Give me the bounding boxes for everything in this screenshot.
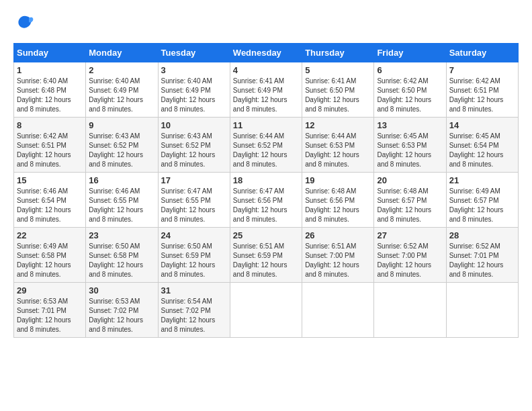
day-info: Sunrise: 6:52 AM Sunset: 7:00 PM Dayligh… bbox=[377, 242, 443, 279]
day-info: Sunrise: 6:52 AM Sunset: 7:01 PM Dayligh… bbox=[449, 242, 515, 279]
day-info: Sunrise: 6:46 AM Sunset: 6:54 PM Dayligh… bbox=[17, 187, 83, 224]
calendar-cell: 31 Sunrise: 6:54 AM Sunset: 7:02 PM Dayl… bbox=[158, 283, 230, 338]
day-number: 28 bbox=[449, 230, 515, 240]
day-number: 6 bbox=[377, 65, 443, 75]
day-info: Sunrise: 6:45 AM Sunset: 6:54 PM Dayligh… bbox=[449, 132, 515, 169]
day-info: Sunrise: 6:44 AM Sunset: 6:53 PM Dayligh… bbox=[305, 132, 371, 169]
day-number: 8 bbox=[17, 120, 83, 130]
calendar-cell: 17 Sunrise: 6:47 AM Sunset: 6:55 PM Dayl… bbox=[158, 173, 230, 228]
day-info: Sunrise: 6:47 AM Sunset: 6:55 PM Dayligh… bbox=[161, 187, 227, 224]
week-row-1: 1 Sunrise: 6:40 AM Sunset: 6:48 PM Dayli… bbox=[14, 62, 519, 118]
day-info: Sunrise: 6:41 AM Sunset: 6:49 PM Dayligh… bbox=[233, 77, 299, 114]
day-info: Sunrise: 6:46 AM Sunset: 6:55 PM Dayligh… bbox=[89, 187, 154, 224]
logo bbox=[13, 13, 35, 36]
day-number: 30 bbox=[89, 285, 154, 295]
day-info: Sunrise: 6:41 AM Sunset: 6:50 PM Dayligh… bbox=[305, 77, 371, 114]
day-number: 31 bbox=[161, 285, 227, 295]
calendar-cell: 24 Sunrise: 6:50 AM Sunset: 6:59 PM Dayl… bbox=[158, 228, 230, 283]
calendar-cell: 20 Sunrise: 6:48 AM Sunset: 6:57 PM Dayl… bbox=[374, 173, 446, 228]
calendar-cell bbox=[446, 283, 518, 338]
day-info: Sunrise: 6:48 AM Sunset: 6:57 PM Dayligh… bbox=[377, 187, 443, 224]
calendar-cell: 21 Sunrise: 6:49 AM Sunset: 6:57 PM Dayl… bbox=[446, 173, 518, 228]
day-number: 12 bbox=[305, 120, 371, 130]
day-info: Sunrise: 6:48 AM Sunset: 6:56 PM Dayligh… bbox=[305, 187, 371, 224]
calendar-cell: 5 Sunrise: 6:41 AM Sunset: 6:50 PM Dayli… bbox=[302, 62, 374, 118]
day-number: 21 bbox=[449, 175, 515, 185]
column-header-monday: Monday bbox=[86, 44, 158, 62]
day-number: 26 bbox=[305, 230, 371, 240]
day-info: Sunrise: 6:45 AM Sunset: 6:53 PM Dayligh… bbox=[377, 132, 443, 169]
day-number: 11 bbox=[233, 120, 299, 130]
day-info: Sunrise: 6:47 AM Sunset: 6:56 PM Dayligh… bbox=[233, 187, 299, 224]
calendar-cell: 13 Sunrise: 6:45 AM Sunset: 6:53 PM Dayl… bbox=[374, 118, 446, 173]
day-number: 7 bbox=[449, 65, 515, 75]
calendar-cell: 26 Sunrise: 6:51 AM Sunset: 7:00 PM Dayl… bbox=[302, 228, 374, 283]
week-row-4: 22 Sunrise: 6:49 AM Sunset: 6:58 PM Dayl… bbox=[14, 228, 519, 283]
day-info: Sunrise: 6:40 AM Sunset: 6:49 PM Dayligh… bbox=[89, 77, 154, 114]
logo-bird-icon bbox=[15, 13, 35, 34]
day-number: 18 bbox=[233, 175, 299, 185]
day-info: Sunrise: 6:53 AM Sunset: 7:01 PM Dayligh… bbox=[17, 297, 83, 334]
day-info: Sunrise: 6:44 AM Sunset: 6:52 PM Dayligh… bbox=[233, 132, 299, 169]
day-number: 23 bbox=[89, 230, 154, 240]
day-number: 5 bbox=[305, 65, 371, 75]
day-number: 14 bbox=[449, 120, 515, 130]
week-row-3: 15 Sunrise: 6:46 AM Sunset: 6:54 PM Dayl… bbox=[14, 173, 519, 228]
calendar-cell: 9 Sunrise: 6:43 AM Sunset: 6:52 PM Dayli… bbox=[86, 118, 158, 173]
day-info: Sunrise: 6:49 AM Sunset: 6:57 PM Dayligh… bbox=[449, 187, 515, 224]
day-info: Sunrise: 6:49 AM Sunset: 6:58 PM Dayligh… bbox=[17, 242, 83, 279]
calendar-cell bbox=[374, 283, 446, 338]
day-number: 20 bbox=[377, 175, 443, 185]
page-header bbox=[13, 13, 519, 36]
day-number: 22 bbox=[17, 230, 83, 240]
calendar-cell: 18 Sunrise: 6:47 AM Sunset: 6:56 PM Dayl… bbox=[230, 173, 302, 228]
calendar-cell: 12 Sunrise: 6:44 AM Sunset: 6:53 PM Dayl… bbox=[302, 118, 374, 173]
day-number: 24 bbox=[161, 230, 227, 240]
day-info: Sunrise: 6:40 AM Sunset: 6:49 PM Dayligh… bbox=[161, 77, 227, 114]
calendar-cell: 22 Sunrise: 6:49 AM Sunset: 6:58 PM Dayl… bbox=[14, 228, 86, 283]
column-header-tuesday: Tuesday bbox=[158, 44, 230, 62]
column-header-saturday: Saturday bbox=[446, 44, 518, 62]
calendar-cell bbox=[230, 283, 302, 338]
day-info: Sunrise: 6:50 AM Sunset: 6:58 PM Dayligh… bbox=[89, 242, 154, 279]
calendar-cell: 14 Sunrise: 6:45 AM Sunset: 6:54 PM Dayl… bbox=[446, 118, 518, 173]
calendar-cell: 30 Sunrise: 6:53 AM Sunset: 7:02 PM Dayl… bbox=[86, 283, 158, 338]
calendar-cell: 10 Sunrise: 6:43 AM Sunset: 6:52 PM Dayl… bbox=[158, 118, 230, 173]
calendar-cell: 29 Sunrise: 6:53 AM Sunset: 7:01 PM Dayl… bbox=[14, 283, 86, 338]
day-number: 16 bbox=[89, 175, 154, 185]
day-number: 3 bbox=[161, 65, 227, 75]
calendar-cell: 3 Sunrise: 6:40 AM Sunset: 6:49 PM Dayli… bbox=[158, 62, 230, 118]
week-row-2: 8 Sunrise: 6:42 AM Sunset: 6:51 PM Dayli… bbox=[14, 118, 519, 173]
day-info: Sunrise: 6:43 AM Sunset: 6:52 PM Dayligh… bbox=[89, 132, 154, 169]
calendar-cell: 16 Sunrise: 6:46 AM Sunset: 6:55 PM Dayl… bbox=[86, 173, 158, 228]
day-number: 29 bbox=[17, 285, 83, 295]
day-info: Sunrise: 6:53 AM Sunset: 7:02 PM Dayligh… bbox=[89, 297, 154, 334]
calendar-header-row: SundayMondayTuesdayWednesdayThursdayFrid… bbox=[14, 44, 519, 62]
day-info: Sunrise: 6:50 AM Sunset: 6:59 PM Dayligh… bbox=[161, 242, 227, 279]
calendar-cell: 1 Sunrise: 6:40 AM Sunset: 6:48 PM Dayli… bbox=[14, 62, 86, 118]
day-number: 4 bbox=[233, 65, 299, 75]
day-info: Sunrise: 6:42 AM Sunset: 6:50 PM Dayligh… bbox=[377, 77, 443, 114]
calendar-cell: 7 Sunrise: 6:42 AM Sunset: 6:51 PM Dayli… bbox=[446, 62, 518, 118]
day-number: 15 bbox=[17, 175, 83, 185]
calendar-cell: 15 Sunrise: 6:46 AM Sunset: 6:54 PM Dayl… bbox=[14, 173, 86, 228]
column-header-sunday: Sunday bbox=[14, 44, 86, 62]
calendar-cell: 8 Sunrise: 6:42 AM Sunset: 6:51 PM Dayli… bbox=[14, 118, 86, 173]
day-number: 2 bbox=[89, 65, 154, 75]
calendar-cell bbox=[302, 283, 374, 338]
calendar-cell: 23 Sunrise: 6:50 AM Sunset: 6:58 PM Dayl… bbox=[86, 228, 158, 283]
day-info: Sunrise: 6:40 AM Sunset: 6:48 PM Dayligh… bbox=[17, 77, 83, 114]
day-number: 13 bbox=[377, 120, 443, 130]
column-header-thursday: Thursday bbox=[302, 44, 374, 62]
day-number: 19 bbox=[305, 175, 371, 185]
day-number: 9 bbox=[89, 120, 154, 130]
day-info: Sunrise: 6:42 AM Sunset: 6:51 PM Dayligh… bbox=[17, 132, 83, 169]
day-number: 27 bbox=[377, 230, 443, 240]
column-header-wednesday: Wednesday bbox=[230, 44, 302, 62]
calendar-cell: 19 Sunrise: 6:48 AM Sunset: 6:56 PM Dayl… bbox=[302, 173, 374, 228]
day-info: Sunrise: 6:54 AM Sunset: 7:02 PM Dayligh… bbox=[161, 297, 227, 334]
calendar-cell: 6 Sunrise: 6:42 AM Sunset: 6:50 PM Dayli… bbox=[374, 62, 446, 118]
week-row-5: 29 Sunrise: 6:53 AM Sunset: 7:01 PM Dayl… bbox=[14, 283, 519, 338]
calendar-cell: 2 Sunrise: 6:40 AM Sunset: 6:49 PM Dayli… bbox=[86, 62, 158, 118]
day-number: 17 bbox=[161, 175, 227, 185]
